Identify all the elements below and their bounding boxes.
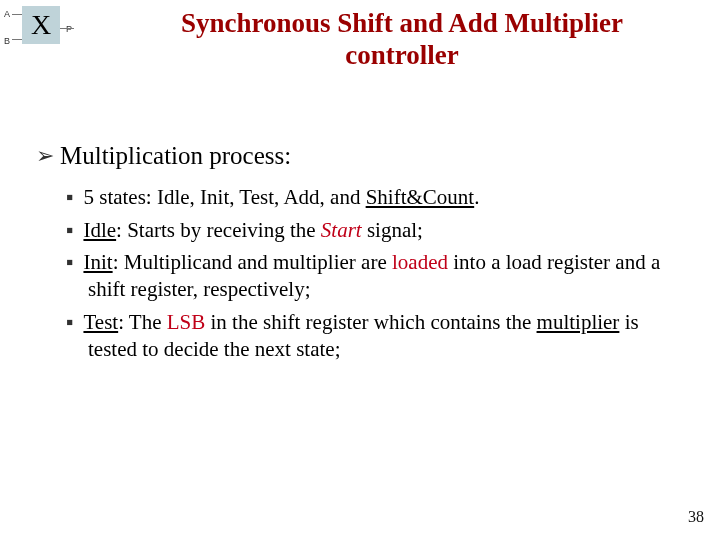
bullet-2: ▪Idle: Starts by receiving the Start sig… [66,217,684,244]
arrow-bullet-icon: ➢ [36,143,54,168]
b3-pre: : Multiplicand and multiplier are [113,250,392,274]
slide-title: Synchronous Shift and Add Multiplier con… [94,6,710,72]
bullet-4: ▪Test: The LSB in the shift register whi… [66,309,684,363]
bullet-3: ▪Init: Multiplicand and multiplier are l… [66,249,684,303]
slide-body: ➢Multiplication process: ▪5 states: Idle… [0,72,720,363]
title-line-2: controller [345,40,458,70]
b1-under: Shift&Count [366,185,475,209]
b4-pre: : The [118,310,167,334]
b2-post: signal; [362,218,423,242]
page-number: 38 [688,508,704,526]
icon-label-a: A [4,9,10,19]
square-bullet-icon: ▪ [66,250,73,273]
header: A B P X Synchronous Shift and Add Multip… [0,0,720,72]
heading-text: Multiplication process: [60,142,291,169]
title-line-1: Synchronous Shift and Add Multiplier [181,8,623,38]
b4-red: LSB [167,310,206,334]
heading-level1: ➢Multiplication process: [36,142,684,170]
slide: A B P X Synchronous Shift and Add Multip… [0,0,720,540]
square-bullet-icon: ▪ [66,218,73,241]
square-bullet-icon: ▪ [66,185,73,208]
b2-under: Idle [83,218,116,242]
mult-box: X [22,6,60,44]
b2-pre: : Starts by receiving the [116,218,321,242]
wire-p [60,28,74,29]
wire-b [12,39,22,40]
multiplier-icon: A B P X [4,6,74,54]
bullet-1: ▪5 states: Idle, Init, Test, Add, and Sh… [66,184,684,211]
icon-label-p: P [66,24,72,34]
square-bullet-icon: ▪ [66,310,73,333]
wire-a [12,14,22,15]
b3-red: loaded [392,250,448,274]
mult-symbol: X [31,9,51,41]
b3-under: Init [83,250,112,274]
b2-red: Start [321,218,362,242]
b4-under: Test [83,310,118,334]
icon-label-b: B [4,36,10,46]
b4-under2: multiplier [537,310,620,334]
b4-mid: in the shift register which contains the [205,310,536,334]
b1-pre: 5 states: Idle, Init, Test, Add, and [83,185,365,209]
b1-post: . [474,185,479,209]
